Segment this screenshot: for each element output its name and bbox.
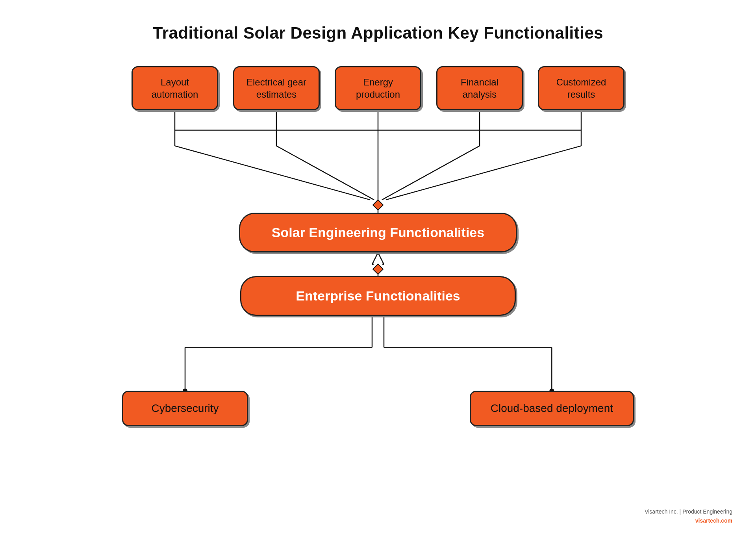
svg-line-19 xyxy=(378,252,384,264)
electrical-gear-box: Electrical gearestimates xyxy=(233,66,320,110)
svg-marker-22 xyxy=(373,264,383,274)
svg-line-20 xyxy=(372,264,374,264)
enterprise-box: Enterprise Functionalities xyxy=(240,276,516,316)
svg-line-15 xyxy=(386,146,581,200)
cybersecurity-label: Cybersecurity xyxy=(151,402,219,414)
layout-automation-label: Layoutautomation xyxy=(152,77,198,100)
svg-line-18 xyxy=(372,252,378,264)
svg-line-13 xyxy=(382,146,480,200)
top-boxes-row: Layoutautomation Electrical gearestimate… xyxy=(63,66,693,110)
electrical-gear-label: Electrical gearestimates xyxy=(246,77,306,100)
watermark: Visartech Inc. | Product Engineering vis… xyxy=(645,507,732,525)
energy-production-box: Energyproduction xyxy=(335,66,421,110)
svg-line-9 xyxy=(276,146,374,200)
svg-line-21 xyxy=(382,264,384,264)
financial-analysis-box: Financialanalysis xyxy=(436,66,523,110)
cloud-deployment-box: Cloud-based deployment xyxy=(470,391,634,426)
page-title: Traditional Solar Design Application Key… xyxy=(153,24,603,43)
customized-results-box: Customizedresults xyxy=(538,66,624,110)
svg-line-7 xyxy=(175,146,370,200)
diagram-wrapper: Layoutautomation Electrical gearestimate… xyxy=(63,66,693,426)
bottom-boxes-row: Cybersecurity Cloud-based deployment xyxy=(122,391,634,426)
watermark-link[interactable]: visartech.com xyxy=(695,517,732,524)
solar-engineering-label: Solar Engineering Functionalities xyxy=(272,225,484,240)
cloud-deployment-label: Cloud-based deployment xyxy=(491,402,613,414)
customized-results-label: Customizedresults xyxy=(556,77,606,100)
enterprise-label: Enterprise Functionalities xyxy=(296,288,460,303)
energy-production-label: Energyproduction xyxy=(356,77,400,100)
watermark-line1: Visartech Inc. | Product Engineering xyxy=(645,507,732,516)
financial-analysis-label: Financialanalysis xyxy=(461,77,498,100)
layout-automation-box: Layoutautomation xyxy=(132,66,218,110)
svg-marker-16 xyxy=(373,200,383,210)
solar-engineering-box: Solar Engineering Functionalities xyxy=(239,213,517,252)
cybersecurity-box: Cybersecurity xyxy=(122,391,248,426)
